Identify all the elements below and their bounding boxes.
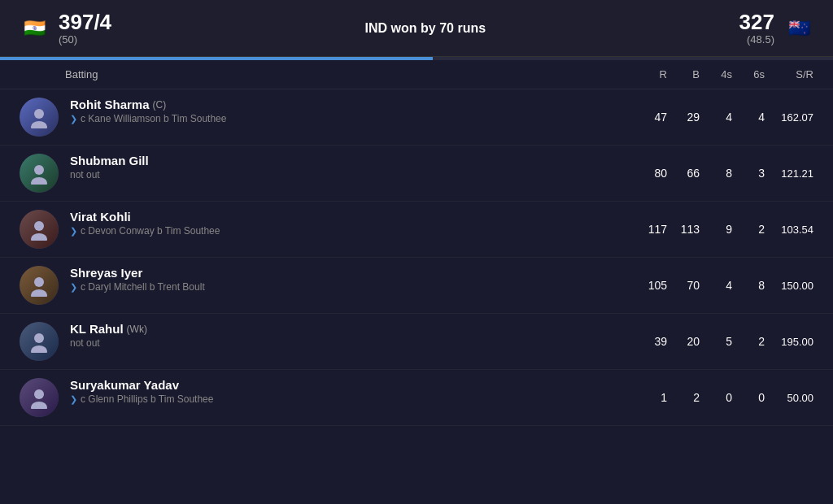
player-sr: 162.07: [765, 111, 813, 124]
player-avatar: [20, 266, 59, 305]
svg-point-1: [31, 121, 47, 128]
header-b: B: [667, 68, 700, 80]
dismissal-text: not out: [70, 337, 100, 349]
player-rows-container: Rohit Sharma (C) ❯ c Kane Williamson b T…: [0, 89, 833, 426]
player-info: Rohit Sharma (C) ❯ c Kane Williamson b T…: [70, 98, 635, 124]
india-flag: 🇮🇳: [20, 14, 49, 43]
player-name: Shreyas Iyer: [70, 266, 142, 280]
svg-point-7: [31, 289, 47, 297]
dismissal-text: c Daryl Mitchell b Trent Boult: [81, 281, 205, 293]
table-header: Batting R B 4s 6s S/R: [0, 60, 833, 89]
player-avatar: [20, 322, 59, 361]
player-balls: 20: [667, 335, 700, 348]
player-info: Shubman Gill not out: [70, 154, 635, 180]
player-sixes: 2: [732, 335, 765, 348]
player-balls: 2: [667, 391, 700, 404]
header-r: R: [635, 68, 667, 80]
svg-point-0: [34, 109, 44, 119]
player-avatar: [20, 210, 59, 249]
player-sr: 50.00: [765, 392, 813, 404]
svg-point-6: [34, 277, 44, 287]
header-6s: 6s: [732, 68, 765, 80]
player-runs: 105: [635, 279, 667, 292]
svg-point-9: [31, 345, 47, 353]
player-fours: 0: [700, 391, 732, 404]
nz-score: 327: [739, 11, 774, 34]
player-stats: 117 113 9 2 103.54: [635, 223, 813, 236]
player-stats: 80 66 8 3 121.21: [635, 167, 813, 180]
team2-score: 🇳🇿 327 (48.5): [739, 11, 813, 46]
svg-point-11: [31, 402, 47, 409]
player-sixes: 2: [732, 223, 765, 236]
svg-point-10: [34, 389, 44, 399]
player-stats: 105 70 4 8 150.00: [635, 279, 813, 292]
player-sixes: 0: [732, 391, 765, 404]
player-sr: 195.00: [765, 336, 813, 348]
player-fours: 9: [700, 223, 732, 236]
stats-header-cols: R B 4s 6s S/R: [635, 68, 813, 80]
svg-point-3: [31, 177, 47, 185]
player-sixes: 8: [732, 279, 765, 292]
dismissal-text: c Devon Conway b Tim Southee: [81, 225, 220, 237]
player-sr: 150.00: [765, 280, 813, 292]
svg-point-5: [31, 233, 47, 241]
player-name: Rohit Sharma: [70, 98, 150, 111]
svg-point-4: [34, 221, 44, 231]
player-balls: 70: [667, 279, 700, 292]
player-name: Suryakumar Yadav: [70, 378, 179, 392]
player-balls: 113: [667, 223, 700, 236]
player-runs: 117: [635, 223, 667, 236]
player-sr: 103.54: [765, 224, 813, 236]
batting-table: Batting R B 4s 6s S/R Rohit Sharma (C): [0, 60, 833, 426]
player-sr: 121.21: [765, 167, 813, 180]
player-role: (C): [153, 99, 167, 111]
india-overs: (50): [59, 33, 111, 46]
player-info: Shreyas Iyer ❯ c Daryl Mitchell b Trent …: [70, 266, 635, 293]
player-fours: 8: [700, 167, 732, 180]
player-stats: 1 2 0 0 50.00: [635, 391, 813, 404]
player-row[interactable]: Shubman Gill not out 80 66 8 3 121.21: [0, 146, 833, 202]
chevron-down-icon: ❯: [70, 282, 77, 293]
player-name: Shubman Gill: [70, 154, 149, 167]
svg-point-2: [34, 165, 44, 175]
player-row[interactable]: Shreyas Iyer ❯ c Daryl Mitchell b Trent …: [0, 258, 833, 314]
player-avatar: [20, 378, 59, 417]
header-sr: S/R: [765, 68, 813, 80]
player-info: KL Rahul (Wk) not out: [70, 322, 635, 349]
player-balls: 66: [667, 167, 700, 180]
team1-score: 🇮🇳 397/4 (50): [20, 11, 111, 46]
player-avatar: [20, 98, 59, 137]
player-row[interactable]: KL Rahul (Wk) not out 39 20 5 2 195.00: [0, 314, 833, 370]
player-avatar: [20, 154, 59, 193]
player-runs: 47: [635, 111, 667, 124]
svg-point-8: [34, 333, 44, 343]
player-balls: 29: [667, 111, 700, 124]
player-row[interactable]: Suryakumar Yadav ❯ c Glenn Phillips b Ti…: [0, 370, 833, 426]
chevron-down-icon: ❯: [70, 114, 77, 124]
chevron-down-icon: ❯: [70, 394, 77, 405]
player-fours: 5: [700, 335, 732, 348]
player-row[interactable]: Virat Kohli ❯ c Devon Conway b Tim South…: [0, 202, 833, 258]
batting-column-label: Batting: [65, 68, 635, 80]
player-runs: 39: [635, 335, 667, 348]
player-sixes: 4: [732, 111, 765, 124]
player-runs: 80: [635, 167, 667, 180]
player-role: (Wk): [127, 324, 147, 335]
dismissal-text: c Kane Williamson b Tim Southee: [81, 113, 226, 124]
player-info: Virat Kohli ❯ c Devon Conway b Tim South…: [70, 210, 635, 237]
chevron-down-icon: ❯: [70, 226, 77, 237]
dismissal-text: not out: [70, 169, 100, 180]
player-runs: 1: [635, 391, 667, 404]
header-4s: 4s: [700, 68, 732, 80]
match-header: 🇮🇳 397/4 (50) IND won by 70 runs 🇳🇿 327 …: [0, 0, 833, 57]
player-stats: 39 20 5 2 195.00: [635, 335, 813, 348]
player-name: KL Rahul: [70, 322, 124, 336]
match-result: IND won by 70 runs: [365, 21, 486, 36]
player-row[interactable]: Rohit Sharma (C) ❯ c Kane Williamson b T…: [0, 89, 833, 146]
nz-flag: 🇳🇿: [784, 14, 813, 43]
player-stats: 47 29 4 4 162.07: [635, 111, 813, 124]
player-info: Suryakumar Yadav ❯ c Glenn Phillips b Ti…: [70, 378, 635, 405]
player-fours: 4: [700, 279, 732, 292]
player-fours: 4: [700, 111, 732, 124]
dismissal-text: c Glenn Phillips b Tim Southee: [81, 393, 213, 405]
